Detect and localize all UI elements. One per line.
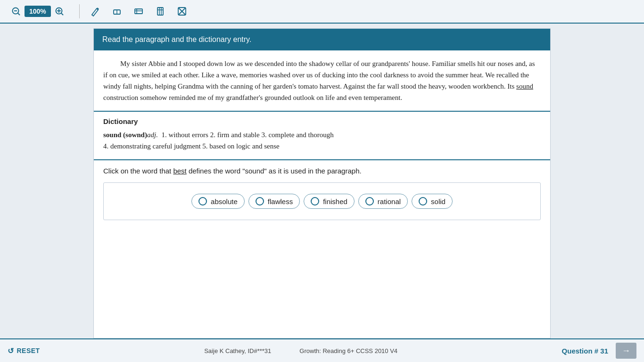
choice-radio-absolute — [198, 197, 207, 206]
choice-label-finished: finished — [323, 197, 347, 206]
choice-flawless[interactable]: flawless — [248, 194, 300, 209]
bottom-center-info: Saije K Cathey, ID#***31 Growth: Reading… — [204, 347, 397, 354]
next-button[interactable]: → — [616, 343, 636, 359]
choice-radio-solid — [419, 197, 427, 206]
zoom-controls: 100% — [8, 4, 68, 19]
passage-section: My sister Abbie and I stooped down low a… — [94, 50, 550, 112]
question-number: Question # 31 — [562, 347, 608, 355]
next-arrow-icon: → — [622, 346, 630, 356]
pen-tool-button[interactable] — [85, 3, 105, 19]
choice-radio-flawless — [256, 197, 264, 206]
answer-choices-box: absolute flawless finished rational soli… — [103, 182, 541, 220]
zoom-in-button[interactable] — [51, 4, 68, 19]
dictionary-entry: sound (sownd)adj. 1. without errors 2. f… — [103, 129, 541, 152]
svg-rect-10 — [135, 9, 142, 14]
question-after: defines the word "sound" as it is used i… — [187, 167, 362, 175]
svg-line-2 — [18, 13, 20, 15]
dict-pos: adj. — [147, 131, 158, 139]
dict-definitions-2: 4. demonstrating careful judgment 5. bas… — [103, 142, 280, 150]
choice-label-rational: rational — [378, 197, 401, 206]
question-header: Read the paragraph and the dictionary en… — [94, 29, 550, 50]
question-text: Click on the word that best defines the … — [103, 167, 541, 175]
dictionary-section: Dictionary sound (sownd)adj. 1. without … — [94, 112, 550, 160]
content-card: Read the paragraph and the dictionary en… — [93, 28, 551, 338]
question-before: Click on the word that — [103, 167, 173, 175]
dict-definitions-1: 1. without errors 2. firm and stable 3. … — [161, 131, 333, 139]
toolbar: 100% — [0, 0, 644, 24]
choice-absolute[interactable]: absolute — [191, 194, 245, 209]
choice-label-solid: solid — [431, 197, 446, 206]
reset-icon: ↺ — [8, 346, 14, 355]
flag-tool-button[interactable] — [172, 3, 192, 19]
zoom-out-button[interactable] — [8, 4, 25, 19]
question-underline-word: best — [173, 167, 186, 175]
reset-label: RESET — [17, 347, 40, 354]
choice-rational[interactable]: rational — [358, 194, 408, 209]
test-info: Growth: Reading 6+ CCSS 2010 V4 — [299, 347, 397, 354]
toolbar-divider-1 — [79, 4, 80, 18]
student-info: Saije K Cathey, ID#***31 — [204, 347, 271, 354]
instruction-text: Read the paragraph and the dictionary en… — [102, 35, 251, 43]
dict-word: sound (sownd) — [103, 131, 147, 139]
svg-line-6 — [61, 13, 63, 15]
dictionary-title: Dictionary — [103, 117, 541, 125]
choice-label-absolute: absolute — [211, 197, 238, 206]
reset-button[interactable]: ↺ RESET — [8, 346, 40, 355]
choice-solid[interactable]: solid — [412, 194, 453, 209]
choice-label-flawless: flawless — [268, 197, 293, 206]
passage-text: My sister Abbie and I stooped down low a… — [103, 58, 541, 103]
choice-finished[interactable]: finished — [304, 194, 355, 209]
underlined-word: sound — [516, 82, 533, 90]
choice-radio-finished — [311, 197, 319, 206]
svg-rect-13 — [157, 8, 163, 15]
bookmark-tool-button[interactable] — [150, 3, 170, 19]
bottom-bar: ↺ RESET Saije K Cathey, ID#***31 Growth:… — [0, 338, 644, 362]
question-section: Click on the word that best defines the … — [94, 160, 550, 227]
choice-radio-rational — [365, 197, 374, 206]
eraser-tool-button[interactable] — [107, 3, 127, 19]
main-wrapper: Read the paragraph and the dictionary en… — [0, 24, 644, 338]
highlight-tool-button[interactable] — [129, 3, 149, 19]
zoom-value: 100% — [25, 6, 51, 17]
